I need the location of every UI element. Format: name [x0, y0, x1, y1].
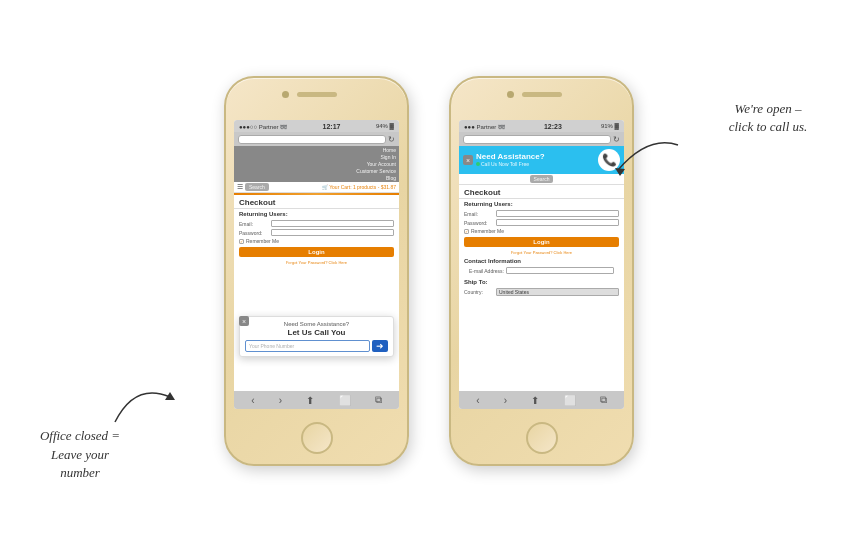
browser-bar-1: ↻: [234, 132, 399, 146]
email-label-1: Email:: [239, 221, 269, 227]
returning-users-1: Returning Users:: [234, 209, 399, 219]
banner-title: Need Assistance?: [476, 153, 595, 162]
home-btn-2[interactable]: [526, 422, 558, 454]
country-row: Country: United States: [459, 287, 624, 297]
country-label: Country:: [464, 289, 494, 295]
email-input-2[interactable]: [496, 210, 619, 217]
svg-marker-1: [615, 168, 625, 176]
url-bar-2[interactable]: [463, 135, 611, 144]
remember-label-2: Remember Me: [471, 228, 504, 234]
popup-send-btn[interactable]: ➜: [372, 340, 388, 352]
nav-tabs-1[interactable]: ⧉: [375, 394, 382, 406]
ship-to-title-2: Ship To:: [459, 277, 624, 287]
password-input-2[interactable]: [496, 219, 619, 226]
nav-signin-1[interactable]: Sign In: [380, 154, 396, 160]
remember-row-2: Remember Me: [459, 227, 624, 235]
bottom-nav-1: ‹ › ⬆ ⬜ ⧉: [234, 391, 399, 409]
checkout-title-1: Checkout: [234, 195, 399, 209]
email-row-2: Email:: [459, 209, 624, 218]
callback-popup: × Need Some Assistance? Let Us Call You …: [239, 316, 394, 357]
contact-title: Contact Information: [464, 258, 619, 264]
nav-book-2[interactable]: ⬜: [564, 395, 576, 406]
phone-camera-2: [507, 91, 514, 98]
annotation-left: Office closed = Leave your number: [15, 427, 145, 482]
url-bar-1[interactable]: [238, 135, 386, 144]
login-btn-2[interactable]: Login: [464, 237, 619, 247]
hamburger-icon-1[interactable]: ☰: [237, 183, 243, 191]
remember-checkbox-1[interactable]: [239, 239, 244, 244]
site-nav-1: Home Sign In Your Account Customer Servi…: [234, 146, 399, 182]
password-row-2: Password:: [459, 218, 624, 227]
carrier-2: ●●● Partner ➿: [464, 123, 505, 130]
contact-email-label: E-mail Address:: [469, 268, 504, 274]
nav-fwd-1[interactable]: ›: [279, 395, 282, 406]
password-row-1: Password:: [234, 228, 399, 237]
arrow-right-icon: [598, 130, 688, 200]
site-content-1: Home Sign In Your Account Customer Servi…: [234, 146, 399, 385]
contact-email-input[interactable]: [506, 267, 614, 274]
time-2: 12:23: [544, 123, 562, 130]
popup-input-row: Your Phone Number ➜: [245, 340, 388, 352]
remember-row-1: Remember Me: [234, 237, 399, 245]
phone-1: ●●●○○ Partner ➿ 12:17 94% ▓ ↻ Home Sign …: [224, 76, 409, 466]
contact-section: Contact Information E-mail Address:: [459, 256, 624, 277]
home-btn-1[interactable]: [301, 422, 333, 454]
popup-close-btn[interactable]: ×: [239, 316, 249, 326]
cart-bar-1: ☰ Search 🛒 Your Cart: 1 products - $31.8…: [234, 182, 399, 193]
returning-users-2: Returning Users:: [459, 199, 624, 209]
country-select[interactable]: United States: [496, 288, 619, 296]
contact-email-row: E-mail Address:: [464, 266, 619, 275]
arrow-left-icon: [105, 372, 185, 432]
green-dot: [476, 162, 480, 166]
email-row-1: Email:: [234, 219, 399, 228]
nav-cs-1[interactable]: Customer Service: [356, 168, 396, 174]
forgot-link-2[interactable]: Forgot Your Password? Click Here: [459, 249, 624, 256]
carrier-1: ●●●○○ Partner ➿: [239, 123, 287, 130]
nav-fwd-2[interactable]: ›: [504, 395, 507, 406]
email-label-2: Email:: [464, 211, 494, 217]
banner-text: Need Assistance? Call Us Now Toll Free: [473, 153, 598, 168]
phone-speaker-1: [297, 92, 337, 97]
battery-1: 94% ▓: [376, 123, 394, 129]
send-icon: ➜: [376, 341, 384, 351]
nav-book-1[interactable]: ⬜: [339, 395, 351, 406]
banner-sub: Call Us Now Toll Free: [476, 161, 595, 167]
search-btn-1[interactable]: Search: [245, 183, 269, 191]
scene: Office closed = Leave your number ●●●○○ …: [0, 0, 858, 542]
popup-phone-input[interactable]: Your Phone Number: [245, 340, 370, 352]
refresh-icon-1[interactable]: ↻: [388, 135, 395, 144]
nav-share-1[interactable]: ⬆: [306, 395, 314, 406]
forgot-link-1[interactable]: Forgot Your Password? Click Here: [234, 259, 399, 266]
phone-screen-1: ●●●○○ Partner ➿ 12:17 94% ▓ ↻ Home Sign …: [234, 120, 399, 409]
password-input-1[interactable]: [271, 229, 394, 236]
bottom-nav-2: ‹ › ⬆ ⬜ ⧉: [459, 391, 624, 409]
nav-blog-1[interactable]: Blog: [386, 175, 396, 181]
nav-back-2[interactable]: ‹: [476, 395, 479, 406]
battery-2: 91% ▓: [601, 123, 619, 129]
password-label-2: Password:: [464, 220, 494, 226]
annotation-right: We're open – click to call us.: [693, 100, 843, 136]
nav-account-1[interactable]: Your Account: [367, 161, 396, 167]
nav-home-1[interactable]: Home: [383, 147, 396, 153]
search-btn-2[interactable]: Search: [530, 175, 554, 183]
status-bar-1: ●●●○○ Partner ➿ 12:17 94% ▓: [234, 120, 399, 132]
nav-tabs-2[interactable]: ⧉: [600, 394, 607, 406]
phones-container: ●●●○○ Partner ➿ 12:17 94% ▓ ↻ Home Sign …: [224, 76, 634, 466]
nav-share-2[interactable]: ⬆: [531, 395, 539, 406]
remember-label-1: Remember Me: [246, 238, 279, 244]
password-label-1: Password:: [239, 230, 269, 236]
remember-checkbox-2[interactable]: [464, 229, 469, 234]
time-1: 12:17: [323, 123, 341, 130]
email-input-1[interactable]: [271, 220, 394, 227]
popup-title-1: Need Some Assistance?: [245, 321, 388, 327]
popup-title-2: Let Us Call You: [245, 328, 388, 337]
banner-close-btn[interactable]: ×: [463, 155, 473, 165]
phone-camera-1: [282, 91, 289, 98]
cart-info-1: 🛒 Your Cart: 1 products - $31.87: [322, 184, 396, 190]
nav-back-1[interactable]: ‹: [251, 395, 254, 406]
login-btn-1[interactable]: Login: [239, 247, 394, 257]
phone-speaker-2: [522, 92, 562, 97]
